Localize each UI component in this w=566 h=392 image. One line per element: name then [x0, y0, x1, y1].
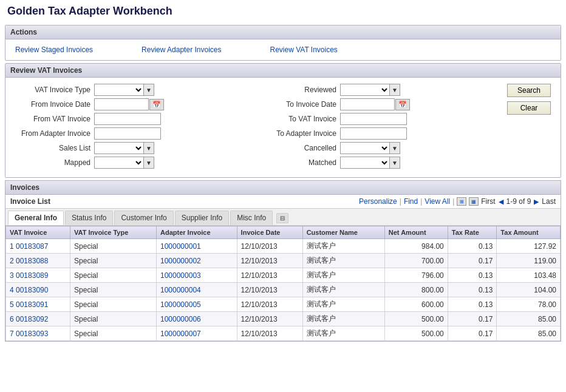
cell-adapter-invoice[interactable]: 1000000002 — [157, 254, 237, 268]
vat-invoice-type-select[interactable] — [95, 84, 143, 95]
actions-section: Actions Review Staged Invoices Review Ad… — [5, 25, 561, 61]
cell-vat-invoice-type: Special — [70, 283, 157, 297]
matched-select[interactable] — [341, 157, 389, 168]
col-vat-invoice: VAT Invoice — [6, 226, 70, 239]
mapped-label: Mapped — [15, 158, 94, 167]
search-buttons: Search Clear — [507, 84, 551, 171]
matched-row: Matched ▼ — [261, 157, 495, 169]
cell-net-amount: 700.00 — [384, 254, 448, 268]
tab-misc-info[interactable]: Misc Info — [230, 211, 273, 225]
mapped-arrow-icon[interactable]: ▼ — [143, 157, 154, 168]
sales-list-select[interactable] — [95, 143, 143, 154]
sales-list-select-wrapper[interactable]: ▼ — [94, 142, 154, 154]
matched-select-wrapper[interactable]: ▼ — [340, 157, 400, 169]
find-link[interactable]: Find — [404, 197, 418, 206]
to-adapter-invoice-input[interactable] — [340, 127, 407, 140]
search-form: VAT Invoice Type ▼ From Invoice Date 📅 F… — [5, 78, 561, 177]
cell-adapter-invoice[interactable]: 1000000006 — [157, 312, 237, 326]
cell-vat-invoice-type: Special — [70, 312, 157, 326]
search-section: Review VAT Invoices VAT Invoice Type ▼ F… — [5, 63, 561, 178]
table-row: 7 00183093 Special 1000000007 12/10/2013… — [6, 326, 561, 341]
cell-invoice-date: 12/10/2013 — [237, 297, 302, 312]
cell-invoice-date: 12/10/2013 — [237, 326, 302, 341]
from-adapter-invoice-input[interactable] — [94, 127, 161, 140]
cancelled-arrow-icon[interactable]: ▼ — [389, 143, 400, 154]
cancelled-select-wrapper[interactable]: ▼ — [340, 142, 400, 154]
reviewed-row: Reviewed ▼ — [261, 84, 495, 96]
sep2: | — [420, 197, 422, 206]
sales-list-label: Sales List — [15, 144, 94, 152]
tab-general-info[interactable]: General Info — [8, 211, 64, 225]
cell-customer-name: 测试客户 — [302, 254, 384, 268]
cell-tax-rate: 0.17 — [448, 254, 497, 268]
cell-tax-amount: 85.00 — [497, 326, 561, 341]
cell-vat-invoice[interactable]: 2 00183088 — [6, 254, 70, 268]
personalize-link[interactable]: Personalize — [359, 197, 397, 206]
cell-adapter-invoice[interactable]: 1000000003 — [157, 268, 237, 283]
to-invoice-date-input[interactable] — [340, 98, 395, 110]
last-label: Last — [542, 197, 556, 206]
cell-vat-invoice[interactable]: 5 00183091 — [6, 297, 70, 312]
next-page-button[interactable]: ▶ — [533, 198, 540, 206]
cell-vat-invoice[interactable]: 3 00183089 — [6, 268, 70, 283]
review-staged-invoices-link[interactable]: Review Staged Invoices — [15, 46, 93, 54]
invoices-section: Invoices Invoice List Personalize | Find… — [5, 180, 561, 342]
reviewed-arrow-icon[interactable]: ▼ — [389, 84, 400, 95]
prev-page-button[interactable]: ◀ — [497, 198, 505, 206]
cancelled-label: Cancelled — [261, 144, 340, 152]
table-row: 6 00183092 Special 1000000006 12/10/2013… — [6, 312, 561, 326]
grid-view-icon[interactable]: ⊞ — [457, 197, 466, 206]
cell-adapter-invoice[interactable]: 1000000005 — [157, 297, 237, 312]
cell-adapter-invoice[interactable]: 1000000004 — [157, 283, 237, 297]
from-invoice-date-input[interactable] — [94, 98, 149, 110]
tab-customer-info[interactable]: Customer Info — [114, 211, 173, 225]
from-invoice-date-calendar-icon[interactable]: 📅 — [149, 99, 164, 110]
cell-vat-invoice[interactable]: 4 00183090 — [6, 283, 70, 297]
chart-icon[interactable]: ▦ — [469, 197, 479, 206]
cell-adapter-invoice[interactable]: 1000000001 — [157, 239, 237, 254]
to-invoice-date-calendar-icon[interactable]: 📅 — [395, 99, 410, 110]
tab-status-info[interactable]: Status Info — [65, 211, 113, 225]
search-section-header: Review VAT Invoices — [5, 64, 561, 78]
cell-adapter-invoice[interactable]: 1000000007 — [157, 326, 237, 341]
mapped-select[interactable] — [95, 157, 143, 168]
vat-invoice-type-arrow-icon[interactable]: ▼ — [143, 84, 154, 95]
vat-invoice-type-select-wrapper[interactable]: ▼ — [94, 84, 154, 96]
tab-settings-icon[interactable]: ⊟ — [276, 211, 288, 225]
first-label: First — [481, 197, 495, 206]
view-all-link[interactable]: View All — [424, 197, 450, 206]
from-vat-invoice-input[interactable] — [94, 113, 161, 125]
reviewed-select-wrapper[interactable]: ▼ — [340, 84, 400, 96]
to-vat-invoice-row: To VAT Invoice — [261, 113, 495, 125]
reviewed-select[interactable] — [341, 84, 389, 95]
actions-content: Review Staged Invoices Review Adapter In… — [5, 39, 561, 60]
review-adapter-invoices-link[interactable]: Review Adapter Invoices — [142, 46, 221, 54]
invoices-section-header: Invoices — [5, 181, 561, 195]
sales-list-arrow-icon[interactable]: ▼ — [143, 143, 154, 154]
cell-vat-invoice[interactable]: 6 00183092 — [6, 312, 70, 326]
table-row: 4 00183090 Special 1000000004 12/10/2013… — [6, 283, 561, 297]
table-row: 1 00183087 Special 1000000001 12/10/2013… — [6, 239, 561, 254]
tab-supplier-info[interactable]: Supplier Info — [175, 211, 229, 225]
reviewed-label: Reviewed — [261, 86, 340, 94]
cell-tax-amount: 127.92 — [497, 239, 561, 254]
cell-tax-rate: 0.17 — [448, 312, 497, 326]
from-adapter-invoice-label: From Adapter Invoice — [15, 129, 94, 138]
cell-vat-invoice-type: Special — [70, 326, 157, 341]
cell-vat-invoice[interactable]: 7 00183093 — [6, 326, 70, 341]
to-vat-invoice-input[interactable] — [340, 113, 407, 125]
search-button[interactable]: Search — [507, 84, 551, 97]
cell-vat-invoice[interactable]: 1 00183087 — [6, 239, 70, 254]
cell-tax-rate: 0.17 — [448, 326, 497, 341]
review-vat-invoices-link[interactable]: Review VAT Invoices — [270, 46, 337, 54]
clear-button[interactable]: Clear — [507, 101, 551, 115]
matched-arrow-icon[interactable]: ▼ — [389, 157, 400, 168]
table-row: 5 00183091 Special 1000000005 12/10/2013… — [6, 297, 561, 312]
col-tax-rate: Tax Rate — [448, 226, 497, 239]
mapped-select-wrapper[interactable]: ▼ — [94, 157, 154, 169]
from-adapter-invoice-row: From Adapter Invoice — [15, 127, 249, 140]
table-row: 2 00183088 Special 1000000002 12/10/2013… — [6, 254, 561, 268]
cancelled-select[interactable] — [341, 143, 389, 154]
cancelled-row: Cancelled ▼ — [261, 142, 495, 154]
cell-customer-name: 测试客户 — [302, 268, 384, 283]
